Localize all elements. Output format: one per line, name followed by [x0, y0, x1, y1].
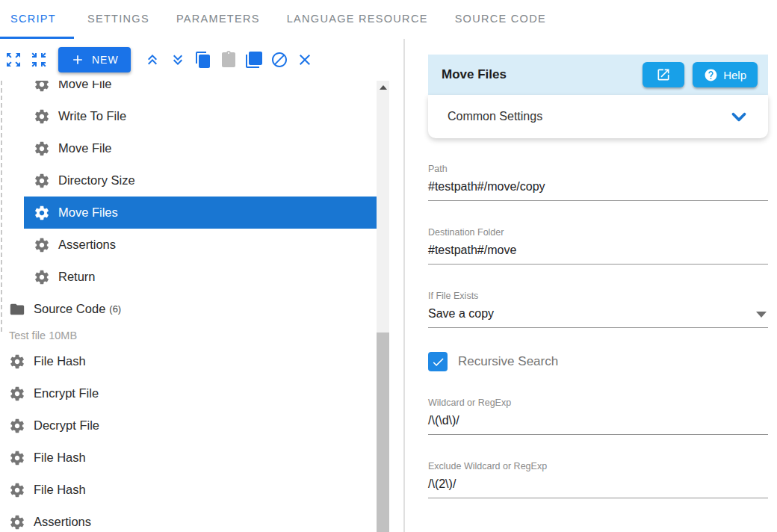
note-label: Test file 10MB: [9, 330, 77, 341]
step-label: Move Files: [58, 205, 118, 220]
step-label: Move File: [58, 141, 112, 155]
tree-row-folder[interactable]: Source Code (6): [0, 293, 377, 325]
block-icon[interactable]: [270, 51, 288, 69]
field-path: Path #testpath#/move/copy: [428, 163, 768, 201]
gear-icon: [9, 514, 25, 531]
gear-icon: [34, 108, 50, 125]
path-input[interactable]: #testpath#/move/copy: [428, 179, 768, 194]
gear-icon: [9, 386, 25, 402]
recursive-search-row: Recursive Search: [428, 352, 768, 371]
help-icon: [704, 68, 718, 82]
common-settings-label: Common Settings: [448, 110, 542, 123]
open-in-new-icon: [656, 67, 671, 82]
gear-icon: [9, 450, 25, 466]
tree-row[interactable]: File Hash: [0, 345, 377, 377]
step-label: File Hash: [34, 354, 86, 368]
close-icon[interactable]: [296, 51, 314, 69]
page-title: Move Files: [442, 67, 643, 82]
tree-row[interactable]: Decrypt File: [0, 409, 377, 442]
gear-icon: [34, 269, 50, 285]
new-button[interactable]: NEW: [58, 47, 131, 72]
step-label: Encrypt File: [34, 386, 99, 400]
step-label: File Hash: [34, 483, 86, 497]
help-button[interactable]: Help: [693, 62, 758, 87]
tree-row[interactable]: Directory Size: [24, 164, 377, 197]
duplicate-icon[interactable]: [245, 51, 263, 69]
detail-header: Move Files Help: [428, 55, 768, 95]
tree-row[interactable]: Assertions: [0, 506, 377, 532]
step-label: Return: [58, 270, 96, 284]
tree-row[interactable]: File Hash: [0, 474, 377, 506]
collapse-icon[interactable]: [30, 51, 48, 69]
recursive-search-checkbox[interactable]: [428, 352, 448, 371]
tree-row[interactable]: Encrypt File: [0, 377, 377, 409]
step-label: Move File: [58, 81, 112, 91]
copy-icon[interactable]: [194, 51, 212, 69]
tree-row[interactable]: Return: [24, 261, 377, 293]
tab-settings[interactable]: SETTINGS: [74, 0, 163, 39]
gear-icon: [34, 205, 50, 221]
gear-icon: [34, 140, 50, 157]
gear-icon: [9, 482, 25, 498]
plus-icon: [70, 52, 85, 67]
destination-folder-input[interactable]: #testpath#/move: [428, 243, 768, 258]
if-file-exists-select[interactable]: Save a copy: [428, 306, 768, 321]
tree-row[interactable]: Write To File: [24, 100, 377, 132]
open-external-button[interactable]: [643, 62, 684, 87]
expand-icon[interactable]: [4, 51, 22, 69]
field-label: If File Exists: [428, 290, 768, 303]
scrollbar-up-button[interactable]: [377, 81, 389, 93]
tree-row[interactable]: File Hash: [0, 442, 377, 474]
paste-icon[interactable]: [220, 51, 238, 69]
tab-language-resource[interactable]: LANGUAGE RESOURCE: [273, 0, 442, 39]
dropdown-arrow-icon: [756, 312, 767, 318]
folder-count: (6): [109, 303, 121, 315]
scrollbar-thumb[interactable]: [377, 332, 389, 532]
recursive-search-label: Recursive Search: [458, 354, 558, 369]
step-label: Decrypt File: [34, 418, 99, 433]
gear-icon: [34, 237, 50, 253]
tree-toolbar: NEW: [0, 39, 403, 81]
step-detail-panel: Move Files Help Common Settings Path #te…: [405, 39, 777, 532]
double-chevron-down-icon[interactable]: [169, 51, 187, 69]
common-settings-panel[interactable]: Common Settings: [428, 95, 768, 138]
script-step-list: Move File Write To File Move File Direct…: [0, 81, 377, 532]
gear-icon: [34, 81, 50, 93]
field-label: Wildcard or RegExp: [428, 397, 768, 409]
selected-option-label: Save a copy: [428, 307, 494, 320]
gear-icon: [9, 418, 25, 434]
tree-row-note: Test file 10MB: [0, 325, 377, 345]
chevron-down-icon[interactable]: [729, 107, 749, 126]
step-label: File Hash: [34, 451, 86, 465]
step-label: Assertions: [34, 515, 91, 529]
field-wildcard: Wildcard or RegExp /\(\d\)/: [428, 397, 768, 435]
field-label: Destination Folder: [428, 226, 768, 239]
step-label: Directory Size: [58, 173, 135, 188]
tree-row[interactable]: Move File: [24, 81, 377, 100]
folder-icon: [9, 301, 25, 318]
exclude-wildcard-input[interactable]: /\(2\)/: [428, 477, 768, 492]
field-label: Exclude Wildcard or RegExp: [428, 460, 768, 473]
top-tab-bar: SCRIPT SETTINGS PARAMETERS LANGUAGE RESO…: [0, 0, 777, 39]
step-label: Assertions: [58, 238, 116, 252]
wildcard-input[interactable]: /\(\d\)/: [428, 413, 768, 428]
triangle-up-icon: [380, 85, 387, 90]
field-destination-folder: Destination Folder #testpath#/move: [428, 226, 768, 265]
tab-script[interactable]: SCRIPT: [0, 0, 74, 39]
tree-row-selected[interactable]: Move Files: [24, 197, 377, 229]
double-chevron-up-icon[interactable]: [143, 51, 161, 69]
tree-scrollbar: [377, 81, 389, 532]
tab-source-code[interactable]: SOURCE CODE: [442, 0, 560, 39]
gear-icon: [9, 353, 25, 370]
checkmark-icon: [431, 355, 445, 369]
tree-row[interactable]: Assertions: [24, 229, 377, 261]
field-label: Path: [428, 163, 768, 176]
step-label: Write To File: [58, 109, 126, 123]
script-tree-panel: NEW: [0, 39, 405, 532]
new-button-label: NEW: [92, 54, 119, 66]
tree-row[interactable]: Move File: [24, 132, 377, 164]
gear-icon: [34, 173, 50, 189]
help-button-label: Help: [723, 69, 746, 81]
tab-parameters[interactable]: PARAMETERS: [163, 0, 273, 39]
field-if-file-exists: If File Exists Save a copy: [428, 290, 768, 328]
